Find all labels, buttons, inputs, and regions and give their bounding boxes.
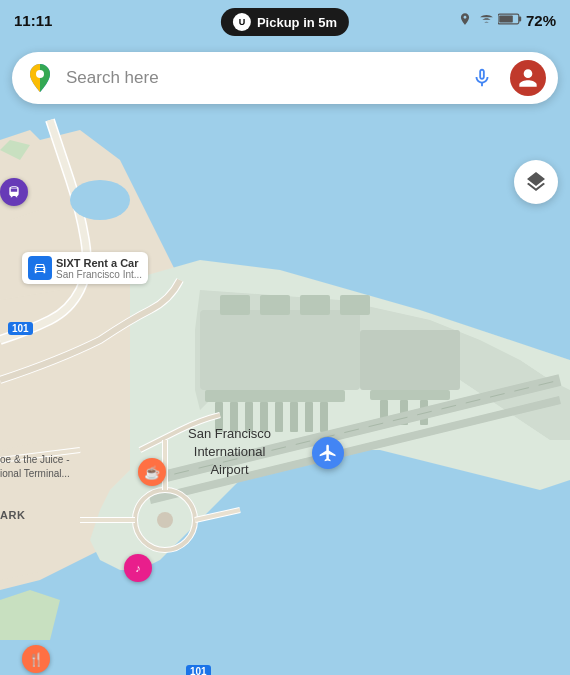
svg-rect-22 [370,390,450,400]
food-marker[interactable]: 🍴 [22,645,50,673]
svg-point-46 [36,70,44,78]
svg-rect-10 [300,295,330,315]
status-time: 11:11 [14,12,52,29]
food-icon: 🍴 [22,645,50,673]
svg-rect-12 [205,390,345,402]
svg-rect-11 [340,295,370,315]
svg-rect-44 [519,16,521,21]
battery-percent: 72% [526,12,556,29]
svg-point-31 [157,512,173,528]
battery-icon [498,12,522,29]
uber-pill[interactable]: U Pickup in 5m [221,8,349,36]
svg-rect-17 [275,402,283,432]
svg-point-42 [70,180,130,220]
avatar-button[interactable] [510,60,546,96]
svg-rect-20 [320,402,328,432]
search-input[interactable]: Search here [66,68,454,88]
uber-text: Pickup in 5m [257,15,337,30]
music-icon: ♪ [124,554,152,582]
wifi-icon [476,12,494,29]
svg-rect-16 [260,402,268,432]
svg-rect-9 [260,295,290,315]
coffee-marker[interactable]: ☕ [138,458,166,486]
svg-rect-14 [230,402,238,432]
svg-rect-7 [200,310,360,390]
uber-logo: U [233,13,251,31]
maps-logo [24,62,56,94]
status-right: 72% [458,11,556,30]
mic-button[interactable] [464,60,500,96]
svg-rect-45 [499,15,513,22]
layers-button[interactable] [514,160,558,204]
svg-marker-40 [0,590,60,640]
music-marker[interactable]: ♪ [124,554,152,582]
svg-rect-21 [360,330,460,390]
airport-icon[interactable] [312,437,344,469]
svg-rect-8 [220,295,250,315]
svg-rect-19 [305,402,313,432]
search-bar[interactable]: Search here [12,52,558,104]
transit-icon [0,178,28,206]
svg-rect-18 [290,402,298,432]
location-icon [458,11,472,30]
coffee-icon: ☕ [138,458,166,486]
svg-rect-15 [245,402,253,432]
transit-marker[interactable] [0,178,28,206]
